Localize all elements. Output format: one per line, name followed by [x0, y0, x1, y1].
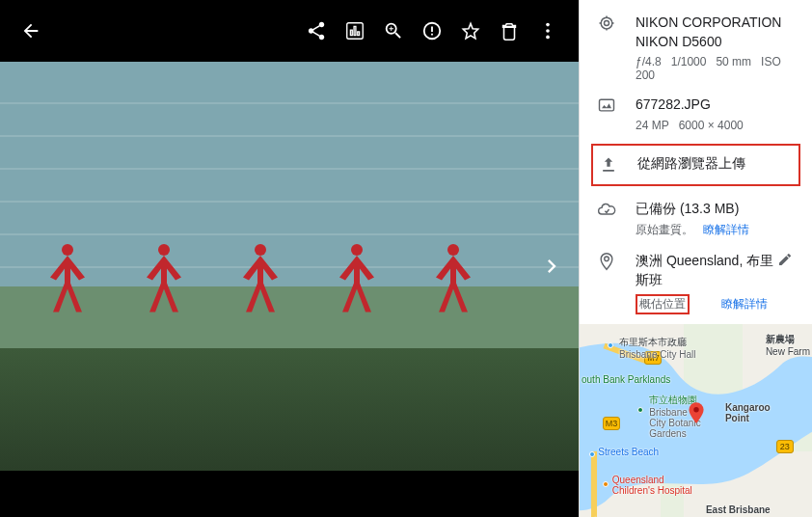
camera-row: NIKON CORPORATION NIKON D5600 ƒ/4.81/100…	[580, 0, 812, 82]
svg-point-2	[546, 36, 550, 40]
backup-learn-more-link[interactable]: 瞭解詳情	[703, 223, 749, 236]
map-label-cityhall: 布里斯本市政廳Brisbane City Hall	[619, 336, 695, 360]
svg-rect-10	[600, 99, 614, 111]
info-icon[interactable]	[413, 12, 451, 50]
camera-exif: ƒ/4.81/100050 mmISO 200	[636, 55, 797, 82]
delete-icon[interactable]	[490, 12, 528, 50]
location-learn-more-link[interactable]: 瞭解詳情	[721, 297, 768, 311]
map-label-qch: Queensland Children's Hospital	[612, 475, 692, 496]
upload-icon	[597, 155, 620, 175]
map-label-streets-beach: Streets Beach	[598, 447, 659, 457]
camera-icon	[595, 14, 618, 82]
backup-quality-line: 原始畫質。瞭解詳情	[636, 222, 797, 238]
share-icon[interactable]	[297, 12, 336, 50]
map-road-shield-m3: M3	[603, 417, 620, 430]
location-row: 澳洲 Queensland, 布里斯班 概估位置 瞭解詳情	[580, 238, 812, 313]
photo-stage	[0, 62, 579, 471]
estimated-location-badge: 概估位置	[636, 294, 690, 314]
cloud-icon	[595, 200, 618, 239]
svg-point-3	[62, 244, 73, 256]
svg-point-1	[546, 29, 550, 33]
map-pin-icon	[684, 400, 709, 428]
file-dimensions: 24 MP6000 × 4000	[636, 119, 797, 132]
svg-point-5	[255, 244, 266, 256]
backup-row: 已備份 (13.3 MB) 原始畫質。瞭解詳情	[580, 186, 812, 239]
location-icon	[595, 252, 618, 313]
location-map[interactable]: M7 M3 23 布里斯本市政廳Brisbane City Hall 新農場Ne…	[580, 324, 812, 517]
map-label-newfarm: 新農場New Farm	[766, 333, 810, 357]
svg-point-9	[605, 21, 609, 26]
backup-status: 已備份 (13.3 MB)	[636, 200, 797, 219]
upload-source-row: 從網路瀏覽器上傳	[591, 144, 800, 186]
svg-point-0	[546, 23, 550, 27]
map-label-kangaroo-point: Kangaroo Point	[725, 402, 771, 423]
map-road-shield-23: 23	[776, 440, 794, 453]
photo-viewer	[0, 0, 579, 517]
map-label-sbp: outh Bank Parklands	[582, 374, 670, 385]
upload-source-label: 從網路瀏覽器上傳	[620, 155, 745, 175]
zoom-icon[interactable]	[374, 12, 413, 50]
svg-point-11	[693, 407, 698, 412]
more-icon[interactable]	[528, 12, 567, 50]
edit-location-button[interactable]	[777, 252, 797, 313]
info-panel: NIKON CORPORATION NIKON D5600 ƒ/4.81/100…	[579, 0, 812, 517]
viewer-toolbar	[0, 0, 579, 62]
photo-image	[0, 62, 579, 471]
camera-model: NIKON CORPORATION NIKON D5600	[636, 14, 797, 51]
back-button[interactable]	[12, 12, 50, 50]
edit-icon[interactable]	[336, 12, 374, 50]
next-photo-button[interactable]	[534, 249, 569, 284]
image-file-icon	[595, 95, 618, 132]
location-place: 澳洲 Queensland, 布里斯班	[636, 252, 777, 289]
svg-point-6	[351, 244, 363, 256]
svg-point-8	[601, 17, 612, 29]
svg-point-7	[447, 244, 459, 256]
favorite-icon[interactable]	[451, 12, 490, 50]
file-row: 677282.JPG 24 MP6000 × 4000	[580, 82, 812, 132]
file-name: 677282.JPG	[636, 95, 797, 115]
svg-point-4	[158, 244, 170, 256]
map-label-east-brisbane: East Brisbane	[706, 504, 771, 515]
